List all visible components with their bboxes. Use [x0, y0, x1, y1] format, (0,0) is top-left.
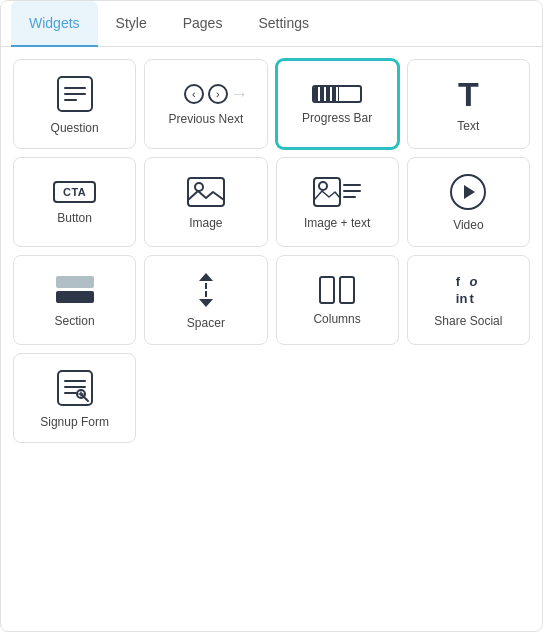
spacer-icon — [188, 272, 224, 308]
svg-point-5 — [195, 183, 203, 191]
button-icon: CTA — [53, 181, 96, 203]
prev-arrow-icon: ‹ — [184, 84, 204, 104]
widget-image-text[interactable]: Image + text — [276, 157, 399, 247]
widget-progress-bar[interactable]: Progress Bar — [276, 59, 399, 149]
widget-share-social-label: Share Social — [434, 314, 502, 330]
section-icon — [54, 274, 96, 306]
widget-spacer-label: Spacer — [187, 316, 225, 332]
svg-rect-4 — [188, 178, 224, 206]
svg-rect-12 — [56, 291, 94, 303]
progressbar-icon — [312, 85, 362, 103]
widget-spacer[interactable]: Spacer — [144, 255, 267, 345]
signup-icon — [56, 369, 94, 407]
tab-pages[interactable]: Pages — [165, 1, 241, 47]
widget-previous-next[interactable]: ‹ › → Previous Next — [144, 59, 267, 149]
widget-section[interactable]: Section — [13, 255, 136, 345]
widgets-grid: Question ‹ › → Previous Next Progress Ba… — [1, 47, 542, 455]
video-icon — [450, 174, 486, 210]
widget-progress-bar-label: Progress Bar — [302, 111, 372, 127]
arrow-right-icon: → — [230, 84, 248, 105]
widget-image-label: Image — [189, 216, 222, 232]
widget-text-label: Text — [457, 119, 479, 135]
widget-text[interactable]: T Text — [407, 59, 530, 149]
widget-button-label: Button — [57, 211, 92, 227]
widget-previous-next-label: Previous Next — [169, 112, 244, 128]
svg-rect-11 — [56, 276, 94, 288]
svg-rect-6 — [314, 178, 340, 206]
columns-icon — [319, 276, 355, 304]
next-arrow-icon: › — [208, 84, 228, 104]
widget-columns-label: Columns — [313, 312, 360, 328]
widget-columns[interactable]: Columns — [276, 255, 399, 345]
widget-signup-form-label: Signup Form — [40, 415, 109, 431]
prevnext-icon: ‹ › → — [184, 84, 228, 104]
svg-point-7 — [319, 182, 327, 190]
widget-section-label: Section — [55, 314, 95, 330]
widget-button[interactable]: CTA Button — [13, 157, 136, 247]
widget-signup-form[interactable]: Signup Form — [13, 353, 136, 443]
question-icon — [56, 75, 94, 113]
imagetext-icon — [313, 176, 361, 208]
text-icon: T — [458, 77, 479, 111]
widget-image[interactable]: Image — [144, 157, 267, 247]
widget-image-text-label: Image + text — [304, 216, 370, 232]
widget-video-label: Video — [453, 218, 483, 234]
widget-question[interactable]: Question — [13, 59, 136, 149]
widget-video[interactable]: Video — [407, 157, 530, 247]
share-social-icon: f o in t — [456, 274, 481, 306]
tab-widgets[interactable]: Widgets — [11, 1, 98, 47]
tab-style[interactable]: Style — [98, 1, 165, 47]
widget-question-label: Question — [51, 121, 99, 137]
tab-settings[interactable]: Settings — [240, 1, 327, 47]
tabs-bar: Widgets Style Pages Settings — [1, 1, 542, 47]
widget-share-social[interactable]: f o in t Share Social — [407, 255, 530, 345]
image-icon — [186, 176, 226, 208]
